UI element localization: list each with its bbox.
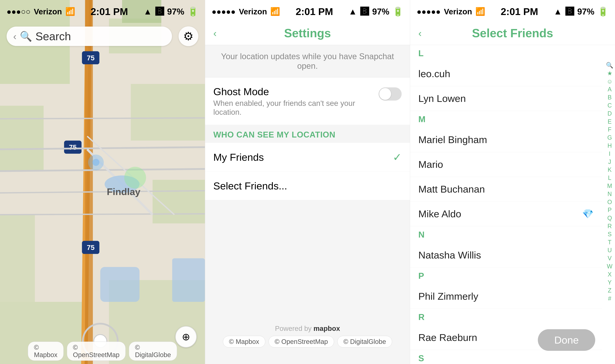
alpha-B[interactable]: B	[608, 94, 612, 101]
svg-point-32	[124, 167, 146, 188]
alpha-W[interactable]: W	[607, 263, 613, 270]
alpha-X[interactable]: X	[608, 271, 612, 278]
alpha-E[interactable]: E	[608, 118, 612, 126]
alpha-S[interactable]: S	[608, 231, 612, 238]
map-status-bar: ●●●○○ Verizon 📶 2:01 PM ▲ 🅱 97% 🔋	[0, 0, 205, 23]
map-header: ‹ 🔍 Search ⚙	[0, 23, 205, 50]
friends-list[interactable]: L leo.cuh Lyn Lowen M Mariel Bingham Mar…	[410, 45, 615, 364]
alpha-L[interactable]: L	[608, 174, 611, 182]
s-location-icon: ▲	[349, 7, 357, 16]
friends-panel: ●●●●● Verizon 📶 2:01 PM ▲ 🅱 97% 🔋 ‹ Sele…	[410, 0, 615, 364]
section-header-M: M	[410, 111, 602, 128]
alpha-J[interactable]: J	[608, 158, 611, 166]
alpha-A[interactable]: A	[608, 86, 612, 93]
svg-point-31	[92, 159, 99, 166]
s-battery-percent: 97%	[372, 7, 389, 16]
alpha-Q[interactable]: Q	[607, 214, 612, 222]
friend-name: Mike Aldo	[418, 208, 580, 220]
alpha-Y[interactable]: Y	[608, 279, 612, 286]
s-dg-credit: © DigitalGlobe	[337, 336, 392, 348]
map-panel: 75 75 75 Findlay	[0, 0, 205, 364]
friend-item[interactable]: leo.cuh	[410, 62, 602, 86]
gear-icon: ⚙	[183, 29, 194, 43]
status-right: ▲ 🅱 97% 🔋	[144, 7, 198, 17]
alpha-V[interactable]: V	[608, 255, 612, 262]
settings-back-button[interactable]: ‹	[213, 27, 217, 39]
s-carrier-dots: ●●●●●	[212, 7, 236, 16]
alpha-face[interactable]: ☺	[607, 78, 613, 85]
f-battery-percent: 97%	[577, 7, 594, 16]
gear-button[interactable]: ⚙	[179, 26, 198, 46]
friend-name: Mario	[418, 159, 594, 170]
ghost-mode-label: Ghost Mode	[213, 86, 379, 97]
svg-rect-7	[0, 215, 35, 302]
f-carrier-name: Verizon	[444, 7, 472, 16]
select-friends-row[interactable]: Select Friends...	[205, 172, 410, 200]
section-header-R: R	[410, 309, 602, 325]
back-arrow-icon[interactable]: ‹	[13, 31, 16, 42]
alpha-O[interactable]: O	[607, 198, 612, 206]
alpha-R[interactable]: R	[608, 222, 612, 230]
alpha-G[interactable]: G	[607, 134, 612, 142]
friends-status-left: ●●●●● Verizon 📶	[417, 7, 485, 16]
status-left: ●●●○○ Verizon 📶	[7, 7, 75, 16]
done-button[interactable]: Done	[538, 329, 595, 351]
alpha-hash[interactable]: #	[608, 295, 611, 302]
settings-status-left: ●●●●● Verizon 📶	[212, 7, 280, 16]
friend-item[interactable]: Mike Aldo 💎	[410, 202, 602, 226]
alpha-F[interactable]: F	[608, 126, 612, 133]
friend-item[interactable]: Mario	[410, 152, 602, 177]
ghost-mode-subtitle: When enabled, your friends can't see you…	[213, 99, 379, 117]
friend-item[interactable]: Matt Buchanan	[410, 177, 602, 202]
search-label: Search	[36, 30, 71, 43]
friends-back-button[interactable]: ‹	[418, 27, 422, 39]
friend-badge: 💎	[582, 208, 594, 219]
my-friends-row[interactable]: My Friends ✓	[205, 143, 410, 172]
alpha-Z[interactable]: Z	[608, 287, 612, 294]
current-location-button[interactable]: ⊕	[175, 326, 197, 348]
section-header-N: N	[410, 226, 602, 243]
alpha-search[interactable]: 🔍	[606, 62, 613, 69]
friends-status-bar: ●●●●● Verizon 📶 2:01 PM ▲ 🅱 97% 🔋	[410, 0, 615, 23]
search-icon: 🔍	[20, 30, 32, 42]
location-arrow-icon: ⊕	[182, 331, 190, 343]
alpha-H[interactable]: H	[608, 142, 612, 150]
map-credits: © Mapbox © OpenStreetMap © DigitalGlobe	[28, 342, 177, 361]
settings-status-bar: ●●●●● Verizon 📶 2:01 PM ▲ 🅱 97% 🔋	[205, 0, 410, 23]
alpha-P[interactable]: P	[608, 206, 612, 214]
friend-name: Phil Zimmerly	[418, 291, 594, 302]
s-wifi-icon: 📶	[270, 7, 280, 16]
svg-text:75: 75	[87, 54, 94, 62]
ghost-mode-content: Ghost Mode When enabled, your friends ca…	[213, 86, 379, 117]
alpha-M[interactable]: M	[607, 182, 612, 190]
f-location-icon: ▲	[553, 7, 562, 16]
svg-rect-5	[131, 84, 205, 141]
svg-text:75: 75	[87, 244, 94, 251]
ghost-mode-toggle[interactable]	[379, 87, 402, 101]
alpha-C[interactable]: C	[608, 102, 612, 109]
who-can-see-label: WHO CAN SEE MY LOCATION	[205, 125, 410, 143]
alpha-D[interactable]: D	[608, 110, 612, 117]
friend-item[interactable]: Phil Zimmerly	[410, 284, 602, 309]
select-friends-label: Select Friends...	[213, 180, 287, 192]
friend-item[interactable]: Natasha Willis	[410, 243, 602, 268]
friend-item[interactable]: Mariel Bingham	[410, 128, 602, 152]
mapbox-logo: mapbox	[314, 325, 340, 332]
alpha-U[interactable]: U	[608, 247, 612, 254]
alpha-star[interactable]: ★	[607, 70, 612, 77]
friend-item[interactable]: Lyn Lowen	[410, 86, 602, 111]
svg-line-23	[0, 118, 205, 119]
friends-status-right: ▲ 🅱 97% 🔋	[553, 7, 608, 17]
settings-header: ‹ Settings	[205, 23, 410, 45]
search-bar[interactable]: ‹ 🔍 Search	[7, 26, 172, 46]
wifi-icon: 📶	[65, 7, 75, 16]
friend-name: Mariel Bingham	[418, 134, 594, 145]
alpha-T[interactable]: T	[608, 239, 612, 246]
settings-panel: ●●●●● Verizon 📶 2:01 PM ▲ 🅱 97% 🔋 ‹ Sett…	[205, 0, 410, 364]
location-icon: ▲	[144, 7, 152, 16]
alpha-K[interactable]: K	[608, 166, 612, 174]
alpha-I[interactable]: I	[609, 150, 611, 158]
map-bottom-controls: ⊕	[175, 326, 197, 348]
battery-icon: 🔋	[188, 7, 198, 17]
alpha-N[interactable]: N	[608, 190, 612, 198]
